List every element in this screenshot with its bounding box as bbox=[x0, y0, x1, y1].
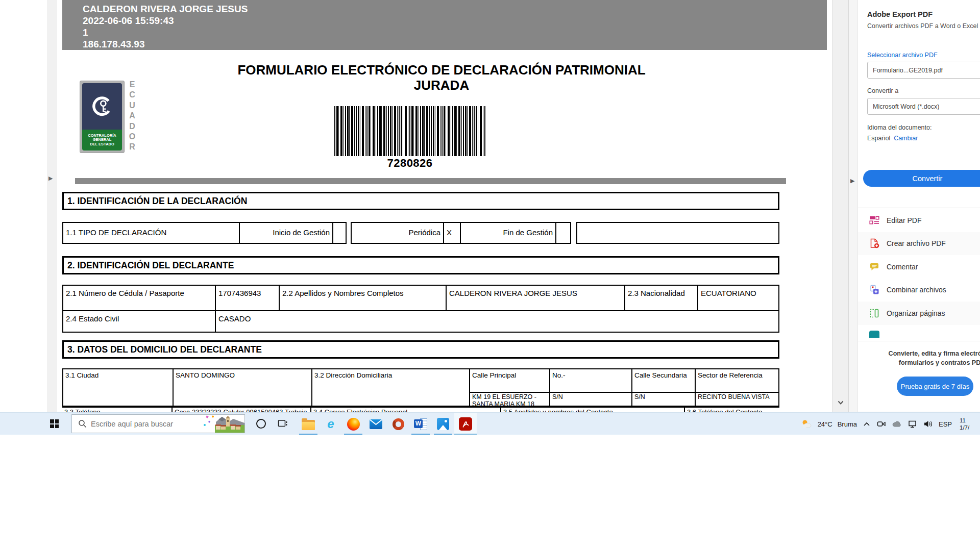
language-row: Español Cambiar bbox=[867, 135, 918, 142]
taskbar-search[interactable] bbox=[71, 414, 245, 433]
periodica-label: Periódica bbox=[352, 223, 443, 243]
logo-country-label: E C U A D O R bbox=[127, 80, 137, 153]
tipo-declaracion-empty-box bbox=[576, 222, 779, 244]
tool-clipped-icon[interactable] bbox=[869, 331, 879, 338]
periodica-fin-box: Periódica X Fin de Gestión bbox=[351, 222, 571, 244]
tool-combinar[interactable]: Combinar archivos bbox=[858, 279, 980, 302]
calle-secundaria-label: Calle Secundaria bbox=[631, 369, 695, 393]
panel-divider bbox=[858, 208, 980, 208]
form-title: FORMULARIO ELECTRÓNICO DE DECLARACIÓN PA… bbox=[204, 62, 679, 93]
form-title-line1: FORMULARIO ELECTRÓNICO DE DECLARACIÓN PA… bbox=[204, 62, 679, 78]
app-photos[interactable] bbox=[432, 413, 454, 435]
app-acrobat[interactable] bbox=[454, 413, 477, 435]
organize-pages-icon bbox=[869, 308, 879, 318]
task-view-button[interactable] bbox=[278, 419, 288, 428]
section1-header: 1. IDENTIFICACIÓN DE LA DECLARACIÓN bbox=[62, 192, 779, 210]
estado-civil-label: 2.4 Estado Civil bbox=[63, 311, 215, 332]
cortana-button[interactable] bbox=[256, 419, 266, 429]
section2-title: 2. IDENTIFICACIÓN DEL DECLARANTE bbox=[67, 260, 234, 271]
photos-icon bbox=[437, 418, 449, 430]
selected-file-field[interactable]: Formulario...GE2019.pdf bbox=[867, 62, 980, 79]
tool-label: Editar PDF bbox=[887, 216, 921, 224]
tool-label: Crear archivo PDF bbox=[887, 239, 946, 247]
clock-time: 11 bbox=[960, 417, 966, 423]
clock-date: 1/7/ bbox=[960, 424, 969, 431]
taskbar-clock[interactable]: 11 1/7/ bbox=[960, 417, 980, 431]
weather-icon[interactable] bbox=[801, 419, 812, 429]
cge-emblem-icon bbox=[82, 83, 122, 130]
telefono-value: Casa 23323233 Celular 0961500463 Trabajo bbox=[172, 408, 310, 412]
combine-files-icon bbox=[869, 285, 879, 295]
meet-now-icon[interactable] bbox=[877, 420, 886, 428]
file-explorer-icon bbox=[302, 420, 315, 430]
word-icon: W bbox=[414, 417, 427, 431]
change-language-link[interactable]: Cambiar bbox=[894, 135, 918, 142]
calle-secundaria-value: S/N bbox=[631, 393, 695, 406]
numero-label: No.- bbox=[549, 369, 631, 393]
bing-daily-image[interactable] bbox=[202, 415, 244, 433]
below-taskbar-area bbox=[0, 435, 980, 551]
collapse-right-panel-icon[interactable]: ▶ bbox=[850, 178, 854, 184]
form-title-line2: JURADA bbox=[204, 78, 679, 93]
app-word[interactable]: W bbox=[409, 413, 432, 435]
tool-editar-pdf[interactable]: Editar PDF bbox=[858, 209, 980, 232]
promo-line2: formularios y contratos PD bbox=[863, 359, 980, 368]
tipo-declaracion-label: 1.1 TIPO DE DECLARACIÓN bbox=[63, 223, 239, 243]
convert-button[interactable]: Convertir bbox=[863, 170, 980, 187]
tool-comentar[interactable]: Comentar bbox=[858, 255, 980, 279]
weather-condition[interactable]: Bruma bbox=[838, 420, 857, 428]
sector-label: Sector de Referencia bbox=[695, 369, 778, 393]
language-indicator[interactable]: ESP bbox=[939, 420, 952, 428]
nombres-label: 2.2 Apellidos y Nombres Completos bbox=[279, 286, 446, 311]
scroll-down-icon[interactable] bbox=[838, 400, 844, 405]
weather-temp[interactable]: 24°C bbox=[818, 420, 832, 428]
right-panel-edge[interactable]: ▶ bbox=[848, 0, 858, 412]
app-mail[interactable] bbox=[364, 413, 387, 435]
promo-text: Convierte, edita y firma electrónic form… bbox=[863, 349, 980, 367]
document-scrollbar[interactable] bbox=[832, 0, 849, 412]
screen: ▶ CALDERON RIVERA JORGE JESUS 2022-06-06… bbox=[0, 0, 980, 551]
acrobat-icon bbox=[459, 417, 472, 431]
promo-section: Convierte, edita y firma electrónic form… bbox=[858, 341, 980, 412]
fin-gestion-value bbox=[555, 223, 570, 243]
comment-icon bbox=[869, 262, 879, 272]
mail-icon bbox=[370, 419, 382, 429]
cedula-value: 1707436943 bbox=[215, 286, 279, 311]
numero-value: S/N bbox=[549, 393, 631, 406]
stamp-datetime: 2022-06-06 15:59:43 bbox=[83, 15, 827, 27]
fin-gestion-label: Fin de Gestión bbox=[460, 223, 555, 243]
stamp-ip: 186.178.43.93 bbox=[83, 38, 827, 50]
direccion-label: 3.2 Dirección Domiciliaria bbox=[311, 369, 469, 406]
onedrive-icon[interactable] bbox=[892, 420, 902, 428]
select-file-link[interactable]: Seleccionar archivo PDF bbox=[867, 52, 938, 59]
section3-header: 3. DATOS DEL DOMICILIO DEL DECLARANTE bbox=[62, 340, 779, 359]
search-input[interactable] bbox=[90, 419, 202, 429]
app-office[interactable] bbox=[387, 413, 409, 435]
selected-file-name: Formulario...GE2019.pdf bbox=[873, 67, 943, 74]
convert-to-select[interactable]: Microsoft Word (*.docx) bbox=[867, 98, 980, 115]
free-trial-button[interactable]: Prueba gratis de 7 días bbox=[897, 377, 973, 396]
section1-title: 1. IDENTIFICACIÓN DE LA DECLARACIÓN bbox=[67, 196, 247, 207]
panel-subtitle: Convertir archivos PDF a Word o Excel On bbox=[867, 22, 980, 30]
panel-title: Adobe Export PDF bbox=[867, 10, 933, 18]
export-pdf-panel: Adobe Export PDF Convertir archivos PDF … bbox=[857, 0, 980, 412]
cedula-label: 2.1 Número de Cédula / Pasaporte bbox=[63, 286, 215, 311]
app-firefox[interactable] bbox=[342, 413, 364, 435]
app-file-explorer[interactable] bbox=[297, 413, 320, 435]
tipo-declaracion-box: 1.1 TIPO DE DECLARACIÓN Inicio de Gestió… bbox=[62, 222, 347, 244]
convert-to-label: Convertir a bbox=[867, 87, 898, 94]
correo-label: 3.4 Correo Electrónico Personal bbox=[310, 408, 500, 412]
nacionalidad-value: ECUATORIANO bbox=[697, 286, 778, 311]
tray-expand-icon[interactable] bbox=[863, 421, 871, 427]
volume-icon[interactable] bbox=[923, 420, 933, 428]
office-icon bbox=[393, 418, 404, 430]
network-icon[interactable] bbox=[908, 420, 917, 428]
language-label: Idioma del documento: bbox=[867, 124, 932, 131]
tool-organizar[interactable]: Organizar páginas bbox=[858, 302, 980, 325]
convert-to-value: Microsoft Word (*.docx) bbox=[873, 103, 939, 110]
app-internet-explorer[interactable]: e bbox=[320, 413, 342, 435]
tool-label: Comentar bbox=[887, 263, 918, 271]
start-button[interactable] bbox=[50, 419, 59, 428]
pdf-document: CALDERON RIVERA JORGE JESUS 2022-06-06 1… bbox=[0, 0, 848, 412]
tool-crear-pdf[interactable]: Crear archivo PDF bbox=[858, 232, 980, 256]
